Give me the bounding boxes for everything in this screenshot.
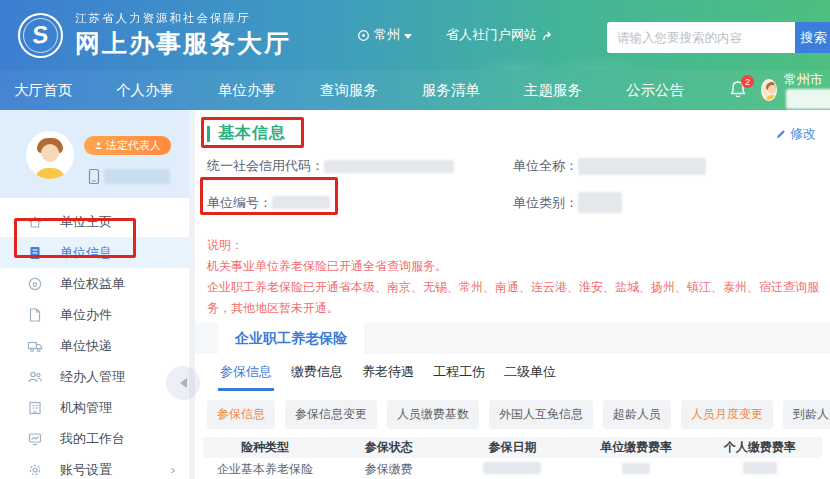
col-insurance-type: 险种类型 xyxy=(203,437,327,458)
sidebar-item-unit-rights[interactable]: 单位权益单 xyxy=(0,268,189,299)
sidebar-item-label: 单位办件 xyxy=(60,306,112,324)
portal-link[interactable]: 省人社门户网站 xyxy=(446,26,554,44)
basic-info-form: 统一社会信用代码： 单位全称： 单位编号： 单位类别： xyxy=(207,157,830,213)
field-credit-code: 统一社会信用代码： xyxy=(207,157,513,175)
sidebar-item-my-workbench[interactable]: 我的工作台 xyxy=(0,423,189,454)
pill-enrollment-change[interactable]: 参保信息变更 xyxy=(285,400,377,429)
table-header-row: 险种类型 参保状态 参保日期 单位缴费费率 个人缴费费率 xyxy=(203,437,822,458)
legal-badge-label: 法定代表人 xyxy=(106,138,161,153)
sidebar-collapse-handle[interactable] xyxy=(166,366,200,400)
sidebar-item-unit-info[interactable]: 单位信息 xyxy=(0,237,189,268)
col-date: 参保日期 xyxy=(451,437,575,458)
location-icon xyxy=(357,29,370,42)
nav-item-personal[interactable]: 个人办事 xyxy=(116,81,174,100)
city-selector[interactable]: 常州 xyxy=(357,26,412,44)
sidebar-item-label: 我的工作台 xyxy=(60,430,125,448)
chevron-right-icon: › xyxy=(171,462,175,477)
subtab-pension-benefits[interactable]: 养老待遇 xyxy=(360,363,416,391)
cell-unit-rate xyxy=(574,458,698,479)
legal-representative-badge: 法定代表人 xyxy=(84,136,171,155)
nav-item-service-list[interactable]: 服务清单 xyxy=(422,81,480,100)
subtab-payment-info[interactable]: 缴费信息 xyxy=(289,363,345,391)
col-status: 参保状态 xyxy=(327,437,451,458)
section-head: 基本信息 修改 xyxy=(195,110,830,144)
pencil-icon xyxy=(775,128,787,140)
notice-line: 机关事业单位养老保险已开通全省查询服务。 xyxy=(207,256,830,277)
user-name-prefix: 常州市 xyxy=(784,72,823,87)
user-name[interactable]: 常州市 xyxy=(784,71,830,109)
document-info-icon xyxy=(27,245,43,261)
subtab-enrollment-info[interactable]: 参保信息 xyxy=(218,363,274,391)
profile-card: 法定代表人 xyxy=(0,110,189,198)
sidebar-item-label: 单位信息 xyxy=(60,244,112,262)
file-icon xyxy=(27,307,43,323)
pill-foreigner-exemption[interactable]: 外国人互免信息 xyxy=(489,400,593,429)
search-bar: 搜索 xyxy=(607,22,830,53)
cell-type: 企业基本养老保险 xyxy=(203,458,327,479)
cell-personal-rate xyxy=(698,458,822,479)
pill-monthly-change[interactable]: 人员月度变更 xyxy=(681,400,773,429)
col-personal-rate: 个人缴费费率 xyxy=(698,437,822,458)
full-name-redacted xyxy=(578,158,706,175)
phone-row xyxy=(88,168,170,185)
sidebar-item-label: 账号设置 xyxy=(60,461,112,479)
chevron-down-icon xyxy=(404,34,412,39)
user-avatar[interactable] xyxy=(761,79,777,101)
sidebar: 法定代表人 单位主页 单位信息 单位权益单 单位办件 单位快递 xyxy=(0,110,189,479)
date-redacted xyxy=(483,462,541,474)
field-unit-type: 单位类别： xyxy=(513,192,830,213)
organization-icon xyxy=(27,400,43,416)
pill-retirement-age[interactable]: 到龄人员 xyxy=(783,400,830,429)
field-unit-no: 单位编号： xyxy=(207,192,513,213)
sidebar-item-org-management[interactable]: 机构管理 xyxy=(0,392,189,423)
main-panel: 基本信息 修改 统一社会信用代码： 单位全称： 单位编号： 单位类别： 说明： … xyxy=(195,110,830,479)
tab-enterprise-pension[interactable]: 企业职工养老保险 xyxy=(218,323,364,354)
gear-icon xyxy=(27,462,43,478)
subtab-secondary-unit[interactable]: 二级单位 xyxy=(502,363,558,391)
nav-item-theme[interactable]: 主题服务 xyxy=(524,81,582,100)
credit-code-redacted xyxy=(324,160,454,173)
user-name-redacted xyxy=(786,89,830,109)
sidebar-item-label: 机构管理 xyxy=(60,399,112,417)
sidebar-item-label: 单位权益单 xyxy=(60,275,125,293)
sidebar-menu: 单位主页 单位信息 单位权益单 单位办件 单位快递 经办人管理 机构管理 我的 xyxy=(0,198,189,479)
filter-pill-bar: 参保信息 参保信息变更 人员缴费基数 外国人互免信息 超龄人员 人员月度变更 到… xyxy=(207,400,830,429)
search-input[interactable] xyxy=(607,22,795,53)
sidebar-item-unit-cases[interactable]: 单位办件 xyxy=(0,299,189,330)
section-accent-bar xyxy=(207,126,210,142)
phone-number-redacted xyxy=(104,169,170,184)
search-button[interactable]: 搜索 xyxy=(795,22,830,53)
workbench-icon xyxy=(27,431,43,447)
subtab-project-injury[interactable]: 工程工伤 xyxy=(431,363,487,391)
pill-enrollment-info[interactable]: 参保信息 xyxy=(207,400,275,429)
table-row: 企业基本养老保险 参保缴费 xyxy=(203,458,822,479)
main-nav: 大厅首页 个人办事 单位办事 查询服务 服务清单 主题服务 公示公告 2 常州市 xyxy=(0,70,830,110)
sidebar-item-unit-home[interactable]: 单位主页 xyxy=(0,206,189,237)
sidebar-item-unit-express[interactable]: 单位快递 xyxy=(0,330,189,361)
site-titles: 江苏省人力资源和社会保障厅 网上办事服务大厅 xyxy=(75,11,291,60)
insurance-tab-strip: 企业职工养老保险 xyxy=(195,323,830,354)
home-icon xyxy=(27,214,43,230)
notification-badge: 2 xyxy=(741,75,754,88)
pill-payment-base[interactable]: 人员缴费基数 xyxy=(387,400,479,429)
nav-item-home[interactable]: 大厅首页 xyxy=(14,81,72,100)
field-full-name: 单位全称： xyxy=(513,157,830,175)
banner-top: S 江苏省人力资源和社会保障厅 网上办事服务大厅 常州 省人社门户网站 搜索 xyxy=(0,0,830,70)
person-badge-icon xyxy=(94,141,103,150)
notice-block: 说明： 机关事业单位养老保险已开通全省查询服务。 企业职工养老保险已开通省本级、… xyxy=(207,235,830,319)
nav-right: 2 常州市 xyxy=(728,71,830,109)
sidebar-item-agent-management[interactable]: 经办人管理 xyxy=(0,361,189,392)
pill-overage-personnel[interactable]: 超龄人员 xyxy=(603,400,671,429)
nav-item-announcement[interactable]: 公示公告 xyxy=(626,81,684,100)
edit-button[interactable]: 修改 xyxy=(775,125,816,143)
field-label: 单位编号： xyxy=(207,194,272,212)
notice-title: 说明： xyxy=(207,235,830,256)
rights-heart-icon xyxy=(27,276,43,292)
sidebar-item-account-settings[interactable]: 账号设置 › xyxy=(0,454,189,479)
nav-item-query[interactable]: 查询服务 xyxy=(320,81,378,100)
rate-redacted xyxy=(743,462,777,474)
notification-bell[interactable]: 2 xyxy=(728,79,748,101)
nav-item-unit[interactable]: 单位办事 xyxy=(218,81,276,100)
portal-label: 省人社门户网站 xyxy=(446,26,537,44)
city-label: 常州 xyxy=(374,26,400,44)
